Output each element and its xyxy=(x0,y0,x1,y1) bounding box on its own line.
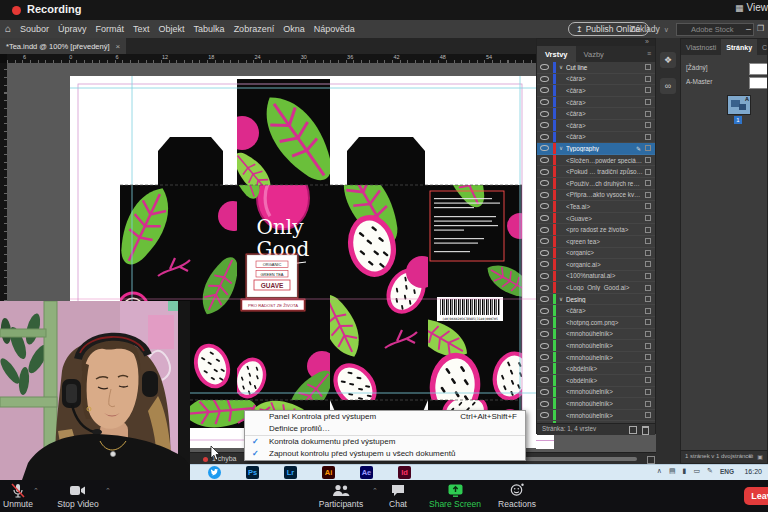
layer-row[interactable]: <čára> xyxy=(537,74,655,86)
layer-target-square[interactable] xyxy=(645,366,651,372)
visibility-eye-icon[interactable] xyxy=(540,331,549,337)
layer-row[interactable]: <čára> xyxy=(537,120,655,132)
layer-target-square[interactable] xyxy=(645,296,651,302)
view-button[interactable]: ▦View xyxy=(735,2,768,18)
menubar-item[interactable]: Úpravy xyxy=(58,24,87,34)
visibility-eye-icon[interactable] xyxy=(540,122,549,128)
visibility-eye-icon[interactable] xyxy=(540,145,549,151)
leave-button[interactable]: Leave xyxy=(744,487,768,505)
participants-options-caret[interactable]: ⌃ xyxy=(372,487,378,495)
expand-caret-icon[interactable]: ∨ xyxy=(559,296,566,302)
visibility-eye-icon[interactable] xyxy=(540,111,549,117)
layer-row[interactable]: <Složen…powder speciál…> xyxy=(537,155,655,167)
layer-target-square[interactable] xyxy=(645,238,651,244)
layer-target-square[interactable] xyxy=(645,180,651,186)
tray-display-icon[interactable]: ▭ xyxy=(693,467,700,475)
layer-target-square[interactable] xyxy=(645,157,651,163)
tab-stranky[interactable]: Stránky xyxy=(721,39,757,55)
visibility-eye-icon[interactable] xyxy=(540,169,549,175)
layer-row[interactable]: <100%natural.ai> xyxy=(537,271,655,283)
layer-row[interactable]: <mnohoúhelník> xyxy=(537,398,655,410)
unmute-button[interactable]: Unmute xyxy=(0,482,36,509)
visibility-eye-icon[interactable] xyxy=(540,87,549,93)
layer-target-square[interactable] xyxy=(645,227,651,233)
menubar-item[interactable]: Text xyxy=(133,24,150,34)
visibility-eye-icon[interactable] xyxy=(540,227,549,233)
menubar-item[interactable]: Zobrazení xyxy=(234,24,275,34)
layer-row[interactable]: ∨Cut line xyxy=(537,62,655,74)
layer-row[interactable]: <čára> xyxy=(537,108,655,120)
panel-menu-icon[interactable]: ≡ xyxy=(647,50,651,57)
layer-row[interactable]: <čára> xyxy=(537,132,655,144)
layer-row[interactable]: <organic.ai> xyxy=(537,259,655,271)
visibility-eye-icon[interactable] xyxy=(540,343,549,349)
menubar-item[interactable]: Tabulka xyxy=(194,24,225,34)
layer-target-square[interactable] xyxy=(645,273,651,279)
horizontal-ruler[interactable]: 6061218243036424854 xyxy=(7,54,536,63)
visibility-eye-icon[interactable] xyxy=(540,215,549,221)
language-indicator[interactable]: ENG xyxy=(720,468,734,475)
layer-row[interactable]: <green tea> xyxy=(537,236,655,248)
layer-target-square[interactable] xyxy=(645,192,651,198)
tray-up-icon[interactable]: ∧ xyxy=(657,467,662,475)
tab-vrstvy[interactable]: Vrstvy xyxy=(537,46,576,62)
visibility-eye-icon[interactable] xyxy=(540,308,549,314)
layer-target-square[interactable] xyxy=(645,389,651,395)
layer-row[interactable]: <čára> xyxy=(537,97,655,109)
adobe-stock-search-input[interactable]: Adobe Stock xyxy=(676,23,754,36)
taskbar-app-photoshop[interactable]: Ps xyxy=(246,466,259,479)
layer-target-square[interactable] xyxy=(645,261,651,267)
collapse-panel-icon[interactable]: » xyxy=(645,38,649,45)
layer-target-square[interactable] xyxy=(645,412,651,418)
visibility-eye-icon[interactable] xyxy=(540,412,549,418)
visibility-eye-icon[interactable] xyxy=(540,238,549,244)
layer-target-square[interactable] xyxy=(645,76,651,82)
context-menu-item[interactable]: ✓Kontrola dokumentu před výstupem xyxy=(245,435,525,448)
visibility-eye-icon[interactable] xyxy=(540,389,549,395)
tab-vazby[interactable]: Vazby xyxy=(576,46,612,62)
layer-row[interactable]: <mnohoúhelník> xyxy=(537,410,655,422)
layer-row[interactable]: <Připra…akto vysoce kva…> xyxy=(537,190,655,202)
workspace-switcher[interactable]: Základy∨ xyxy=(630,24,669,34)
visibility-eye-icon[interactable] xyxy=(540,319,549,325)
taskbar-app-lightroom[interactable]: Lr xyxy=(284,466,297,479)
layer-target-square[interactable] xyxy=(645,99,651,105)
layer-row[interactable]: <mnohoúhelník> xyxy=(537,387,655,399)
visibility-eye-icon[interactable] xyxy=(540,134,549,140)
new-layer-icon[interactable] xyxy=(629,426,637,434)
layer-row[interactable]: <Logo_Only_Good.ai> xyxy=(537,282,655,294)
layer-row[interactable]: <pro radost ze života> xyxy=(537,224,655,236)
tray-pen-icon[interactable]: ✎ xyxy=(707,467,713,475)
visibility-eye-icon[interactable] xyxy=(540,192,549,198)
layer-row[interactable]: <Pokud … tradiční způso…> xyxy=(537,166,655,178)
visibility-eye-icon[interactable] xyxy=(540,157,549,163)
context-menu-item[interactable]: Panel Kontrola před výstupemCtrl+Alt+Shi… xyxy=(245,411,525,423)
new-page-icon[interactable]: ⧉ xyxy=(749,453,753,460)
trash-icon[interactable] xyxy=(642,426,649,435)
visibility-eye-icon[interactable] xyxy=(540,64,549,70)
layer-target-square[interactable] xyxy=(645,343,651,349)
layer-target-square[interactable] xyxy=(645,134,651,140)
layer-row[interactable]: <čára> xyxy=(537,85,655,97)
visibility-eye-icon[interactable] xyxy=(540,203,549,209)
restore-icon[interactable]: ❐ xyxy=(757,24,764,33)
layer-row[interactable]: <obdélník> xyxy=(537,375,655,387)
document-tab[interactable]: *Tea.indd @ 100% [převedený] × xyxy=(0,38,126,54)
visibility-eye-icon[interactable] xyxy=(540,273,549,279)
layer-target-square[interactable] xyxy=(645,401,651,407)
cc-sync-icon[interactable]: ∞ xyxy=(660,78,676,94)
system-tray[interactable]: ∧ ▤ ▮ ▭ ✎ ENG xyxy=(657,467,734,475)
mic-options-caret[interactable]: ⌃ xyxy=(33,487,39,495)
visibility-eye-icon[interactable] xyxy=(540,261,549,267)
layer-target-square[interactable] xyxy=(645,308,651,314)
chat-button[interactable]: Chat xyxy=(382,482,414,509)
layer-target-square[interactable] xyxy=(645,111,651,117)
reactions-button[interactable]: Reactions xyxy=(492,482,542,509)
minimize-icon[interactable]: – xyxy=(746,24,751,34)
fit-spread-button[interactable] xyxy=(647,456,655,464)
layer-row[interactable]: ∨Desing xyxy=(537,294,655,306)
layer-target-square[interactable] xyxy=(645,215,651,221)
layer-target-square[interactable] xyxy=(645,250,651,256)
master-none-row[interactable]: [Žádný] xyxy=(681,61,767,75)
layer-target-square[interactable] xyxy=(645,122,651,128)
